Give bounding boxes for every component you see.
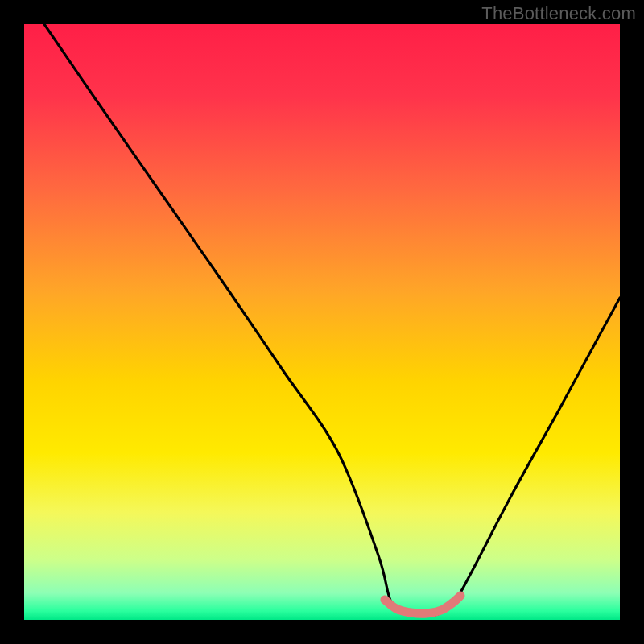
chart-frame: TheBottleneck.com (0, 0, 644, 644)
gradient-plot-area (24, 24, 620, 620)
bottleneck-chart-svg (0, 0, 644, 644)
attribution-text: TheBottleneck.com (481, 3, 636, 24)
